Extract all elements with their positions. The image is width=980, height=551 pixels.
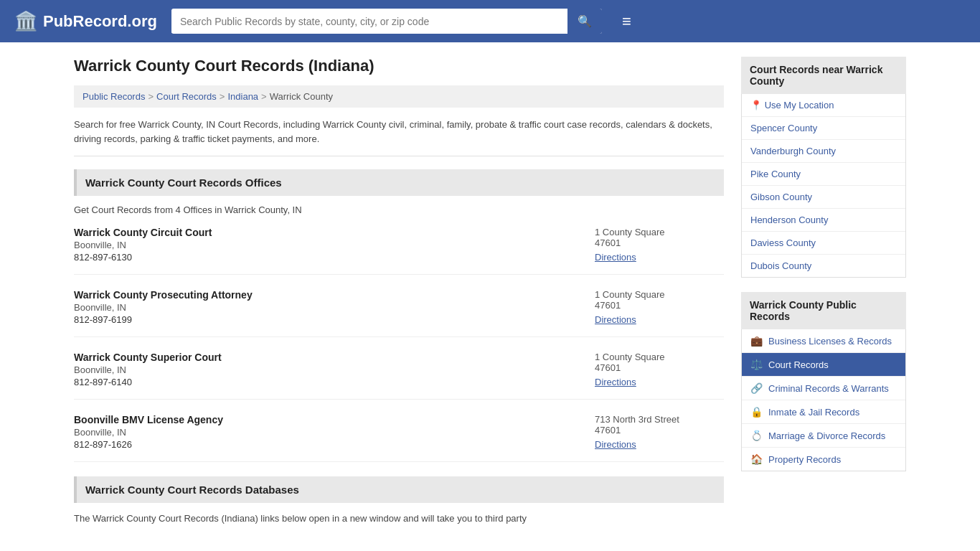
search-bar: 🔍 (171, 9, 602, 34)
marriage-records-link[interactable]: 💍 Marriage & Divorce Records (742, 424, 905, 447)
inmate-records-label: Inmate & Jail Records (768, 407, 859, 418)
page-title: Warrick County Court Records (Indiana) (74, 57, 724, 75)
breadcrumb-current: Warrick County (270, 91, 333, 102)
office-name: Boonville BMV License Agency (74, 414, 566, 425)
office-row: Boonville BMV License Agency Boonville, … (74, 414, 724, 450)
office-city: Boonville, IN (74, 302, 566, 313)
court-records-label: Court Records (768, 359, 829, 370)
breadcrumb-public-records[interactable]: Public Records (83, 91, 145, 102)
list-item: Dubois County (742, 255, 905, 277)
nearby-section-title: Court Records near Warrick County (741, 57, 906, 94)
office-phone: 812-897-6140 (74, 377, 566, 387)
court-records-link[interactable]: ⚖️ Court Records (742, 353, 905, 376)
scales-icon: ⚖️ (750, 359, 763, 370)
office-entry: Warrick County Superior Court Boonville,… (74, 352, 724, 400)
office-city: Boonville, IN (74, 427, 566, 438)
directions-link[interactable]: Directions (595, 314, 636, 325)
use-location-link[interactable]: 📍 Use My Location (742, 94, 905, 116)
office-name: Warrick County Circuit Court (74, 227, 566, 238)
list-item: Vanderburgh County (742, 140, 905, 163)
list-item: Pike County (742, 163, 905, 186)
list-item: Gibson County (742, 186, 905, 209)
business-licenses-label: Business Licenses & Records (768, 336, 892, 347)
county-link[interactable]: Vanderburgh County (742, 140, 905, 162)
office-right: 713 North 3rd Street 47601 Directions (595, 414, 724, 450)
search-button[interactable]: 🔍 (567, 9, 602, 34)
office-address: 1 County Square (595, 289, 724, 300)
public-records-list: 💼 Business Licenses & Records ⚖️ Court R… (741, 329, 906, 471)
search-input[interactable] (171, 10, 567, 33)
office-zip: 47601 (595, 300, 724, 311)
public-records-title: Warrick County Public Records (741, 292, 906, 329)
list-item: 💍 Marriage & Divorce Records (742, 424, 905, 448)
office-right: 1 County Square 47601 Directions (595, 227, 724, 263)
list-item: 🔒 Inmate & Jail Records (742, 400, 905, 424)
search-icon: 🔍 (578, 15, 592, 27)
office-name: Warrick County Prosecuting Attorney (74, 289, 566, 301)
breadcrumb-court-records[interactable]: Court Records (156, 91, 217, 102)
list-item: 🏠 Property Records (742, 448, 905, 471)
criminal-records-link[interactable]: 🔗 Criminal Records & Warrants (742, 377, 905, 400)
chain-icon: 🔗 (750, 382, 763, 394)
list-item: Daviess County (742, 232, 905, 255)
county-link[interactable]: Spencer County (742, 117, 905, 139)
page-wrapper: Warrick County Court Records (Indiana) P… (60, 42, 920, 540)
directions-link[interactable]: Directions (595, 377, 636, 387)
logo-text: PubRecord.org (43, 12, 157, 31)
databases-description: The Warrick County Court Records (Indian… (74, 512, 724, 526)
house-icon: 🏠 (750, 453, 763, 465)
office-row: Warrick County Prosecuting Attorney Boon… (74, 289, 724, 325)
list-item: Henderson County (742, 209, 905, 232)
directions-link[interactable]: Directions (595, 439, 636, 450)
public-records-section: Warrick County Public Records 💼 Business… (741, 292, 906, 471)
office-phone: 812-897-6130 (74, 252, 566, 263)
marriage-records-label: Marriage & Divorce Records (768, 430, 885, 441)
office-city: Boonville, IN (74, 240, 566, 250)
logo-icon: 🏛️ (14, 10, 37, 32)
breadcrumb-indiana[interactable]: Indiana (227, 91, 258, 102)
office-zip: 47601 (595, 362, 724, 373)
use-location-item: 📍 Use My Location (742, 94, 905, 117)
directions-link[interactable]: Directions (595, 252, 636, 263)
site-logo[interactable]: 🏛️ PubRecord.org (14, 10, 157, 32)
site-header: 🏛️ PubRecord.org 🔍 ≡ (0, 0, 980, 42)
location-icon: 📍 (750, 100, 762, 110)
county-link[interactable]: Daviess County (742, 232, 905, 254)
county-list: 📍 Use My Location Spencer County Vanderb… (741, 94, 906, 278)
office-address: 713 North 3rd Street (595, 414, 724, 425)
office-entry: Warrick County Prosecuting Attorney Boon… (74, 289, 724, 337)
business-licenses-link[interactable]: 💼 Business Licenses & Records (742, 329, 905, 352)
county-link[interactable]: Gibson County (742, 186, 905, 208)
county-link[interactable]: Pike County (742, 163, 905, 185)
breadcrumb-sep-3: > (261, 91, 267, 102)
office-address: 1 County Square (595, 227, 724, 237)
office-left: Warrick County Superior Court Boonville,… (74, 352, 566, 387)
breadcrumb-sep-2: > (220, 91, 225, 102)
list-item: ⚖️ Court Records (742, 353, 905, 377)
breadcrumb: Public Records > Court Records > Indiana… (74, 85, 724, 108)
office-entry: Warrick County Circuit Court Boonville, … (74, 227, 724, 275)
inmate-records-link[interactable]: 🔒 Inmate & Jail Records (742, 400, 905, 423)
office-city: Boonville, IN (74, 364, 566, 375)
office-left: Warrick County Circuit Court Boonville, … (74, 227, 566, 263)
criminal-records-label: Criminal Records & Warrants (768, 383, 889, 394)
list-item: 🔗 Criminal Records & Warrants (742, 377, 905, 400)
county-link[interactable]: Henderson County (742, 209, 905, 231)
office-left: Warrick County Prosecuting Attorney Boon… (74, 289, 566, 325)
databases-section-header: Warrick County Court Records Databases (74, 476, 724, 503)
menu-button[interactable]: ≡ (622, 12, 631, 31)
office-left: Boonville BMV License Agency Boonville, … (74, 414, 566, 450)
offices-section-header: Warrick County Court Records Offices (74, 169, 724, 196)
office-phone: 812-897-1626 (74, 439, 566, 450)
lock-icon: 🔒 (750, 406, 763, 418)
county-link[interactable]: Dubois County (742, 255, 905, 277)
property-records-link[interactable]: 🏠 Property Records (742, 448, 905, 471)
property-records-label: Property Records (768, 454, 841, 465)
use-location-label: Use My Location (765, 100, 834, 110)
main-content: Warrick County Court Records (Indiana) P… (74, 57, 724, 526)
list-item: Spencer County (742, 117, 905, 140)
office-right: 1 County Square 47601 Directions (595, 289, 724, 325)
office-zip: 47601 (595, 425, 724, 435)
sidebar: Court Records near Warrick County 📍 Use … (741, 57, 906, 526)
office-entry: Boonville BMV License Agency Boonville, … (74, 414, 724, 462)
